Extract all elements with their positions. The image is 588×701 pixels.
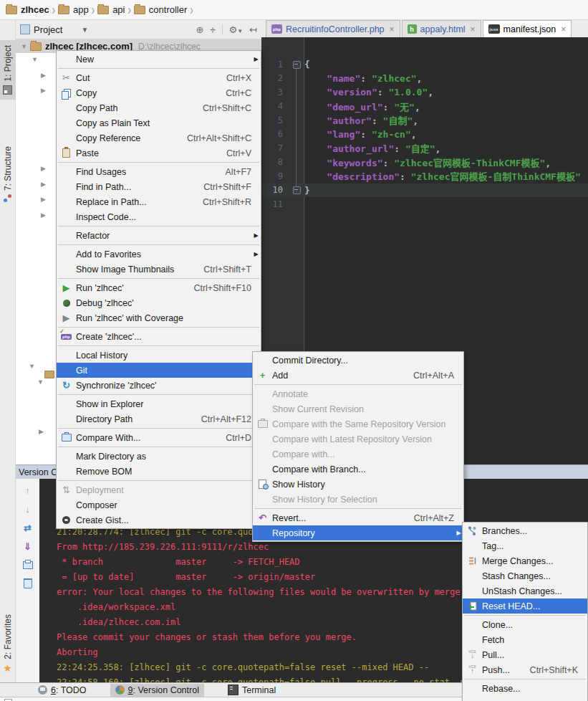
tree-expand-icon[interactable]: ▼: [29, 363, 35, 370]
menu-item-branches[interactable]: Branches...: [463, 523, 587, 538]
code-line-8[interactable]: 8 "keywords": "zlhcec官网模板-ThinkCMF模板",: [261, 156, 588, 170]
menu-item-copy-reference[interactable]: Copy ReferenceCtrl+Alt+Shift+C: [57, 130, 261, 146]
menu-item-copy[interactable]: CopyCtrl+C: [57, 85, 261, 100]
collapse-all-icon[interactable]: ÷: [210, 24, 215, 35]
menu-item-composer[interactable]: Composer▶: [57, 497, 261, 512]
menu-item-show-image-thumbnails[interactable]: Show Image ThumbnailsCtrl+Shift+T: [57, 262, 261, 277]
close-tab-icon[interactable]: ×: [561, 24, 566, 34]
code-line-1[interactable]: 1{: [261, 57, 588, 72]
code-line-10[interactable]: 10}: [261, 183, 588, 198]
menu-item-fetch[interactable]: Fetch: [463, 632, 587, 647]
tree-expand-icon[interactable]: ▶: [39, 428, 44, 435]
menu-item-compare-with-latest-repository-version: Compare with Latest Repository Version: [253, 431, 463, 447]
stripe-1-project[interactable]: 1: Project: [0, 40, 16, 100]
menu-item-git[interactable]: Git▶: [57, 363, 261, 378]
editor-tab-recruitinfocontroller-php[interactable]: phpRecruitinfoController.php×: [266, 20, 400, 37]
hide-panel-icon[interactable]: ↤: [249, 24, 257, 35]
menu-item-inspect-code[interactable]: Inspect Code...: [57, 209, 261, 224]
menu-item-clone[interactable]: Clone...: [463, 617, 587, 632]
breadcrumb-item-api[interactable]: api: [97, 4, 125, 15]
code-line-7[interactable]: 7 "author_url": "自定",: [261, 141, 588, 156]
menu-item-show-history[interactable]: Show History: [253, 477, 463, 492]
up-arrow-icon[interactable]: ↑: [22, 485, 34, 496]
download-file-icon[interactable]: ⇓: [22, 540, 34, 552]
menu-item-show-in-explorer[interactable]: Show in Explorer: [57, 396, 261, 411]
menu-item-new[interactable]: New▶: [57, 52, 261, 67]
tree-expand-icon[interactable]: ▼: [32, 56, 38, 63]
menu-item-local-history[interactable]: Local History▶: [57, 348, 261, 363]
breadcrumb-item-app[interactable]: app: [58, 4, 89, 15]
close-tab-icon[interactable]: ×: [471, 24, 476, 34]
settings-gear-icon[interactable]: ⚙▼: [229, 24, 244, 35]
menu-item-unstash-changes[interactable]: UnStash Changes...: [463, 583, 587, 599]
close-tab-icon[interactable]: ×: [390, 24, 395, 34]
menu-item-create-zlhcec[interactable]: phpCreate 'zlhcec'...: [57, 329, 261, 344]
toolwindow-terminal[interactable]: Terminal: [223, 684, 281, 697]
tree-expand-icon[interactable]: ▶: [41, 181, 46, 188]
stripe-7-structure[interactable]: 7: Structure: [0, 141, 16, 208]
tree-expand-icon[interactable]: ▶: [41, 87, 46, 94]
expand-icon[interactable]: ▼: [21, 43, 27, 50]
menu-item-synchronize-zlhcec[interactable]: ↻Synchronize 'zlhcec': [57, 378, 261, 393]
menu-item-add[interactable]: +AddCtrl+Alt+A: [253, 368, 463, 383]
line-number: 9: [261, 171, 285, 181]
code-line-4[interactable]: 4 "demo_url": "无",: [261, 100, 588, 114]
tree-expand-icon[interactable]: ▶: [41, 165, 46, 172]
menu-item-find-usages[interactable]: Find UsagesAlt+F7: [57, 164, 261, 179]
print-icon[interactable]: [22, 559, 34, 571]
menu-item-replace-in-path[interactable]: Replace in Path...Ctrl+Shift+R: [57, 194, 261, 209]
code-line-11[interactable]: 11: [261, 197, 588, 211]
chevron-down-icon[interactable]: ▼: [81, 26, 88, 34]
editor-tab-manifest-json[interactable]: jsonmanifest.json×: [483, 20, 572, 37]
menu-item-create-gist[interactable]: Create Gist...: [57, 512, 261, 528]
code-line-3[interactable]: 3 "version": "1.0.0",: [261, 85, 588, 100]
menu-item-copy-path[interactable]: Copy PathCtrl+Shift+C: [57, 100, 261, 115]
tree-expand-icon[interactable]: ▶: [41, 211, 46, 219]
folder-icon: [6, 6, 17, 14]
menu-item-paste[interactable]: PasteCtrl+V: [57, 146, 261, 161]
menu-item-push[interactable]: VCS↑Push...Ctrl+Shift+K: [463, 662, 587, 677]
menu-item-refactor[interactable]: Refactor▶: [57, 228, 261, 243]
code-line-9[interactable]: 9 "description": "zlhcec官网模板-自制ThinkCMF模…: [261, 169, 588, 183]
menu-item-cut[interactable]: ✂CutCtrl+X: [57, 70, 261, 85]
menu-item-run-zlhcec-with-coverage[interactable]: ▶Run 'zlhcec' with Coverage: [57, 310, 261, 325]
toolwindow-version-control[interactable]: 9: Version Control: [110, 684, 204, 697]
fold-marker-close[interactable]: [293, 186, 301, 194]
tree-expand-icon[interactable]: ▼: [37, 378, 44, 386]
menu-item-revert[interactable]: ↶Revert...Ctrl+Alt+Z: [253, 510, 463, 525]
code-line-2[interactable]: 2 "name": "zlhcec",: [261, 72, 588, 86]
down-arrow-icon[interactable]: ↓: [22, 503, 34, 515]
menu-item-mark-directory-as[interactable]: Mark Directory as▶: [57, 449, 261, 464]
breadcrumb-item-controller[interactable]: controller: [134, 4, 187, 15]
tree-expand-icon[interactable]: ▶: [41, 72, 46, 79]
menu-item-tag[interactable]: Tag...: [463, 538, 587, 553]
tree-expand-icon[interactable]: ▶: [41, 196, 46, 203]
code-line-6[interactable]: 6 "lang": "zh-cn",: [261, 128, 588, 142]
compare-icon: [57, 434, 76, 442]
menu-item-commit-directory[interactable]: Commit Directory...: [253, 353, 463, 368]
menu-item-pull[interactable]: VCS↓Pull...: [463, 647, 587, 662]
locate-icon[interactable]: ⊕: [196, 24, 203, 35]
menu-item-merge-changes[interactable]: Merge Changes...: [463, 553, 587, 568]
menu-item-stash-changes[interactable]: Stash Changes...: [463, 568, 587, 583]
menu-item-compare-with-branch[interactable]: Compare with Branch...: [253, 462, 463, 477]
menu-item-run-zlhcec[interactable]: ▶Run 'zlhcec'Ctrl+Shift+F10: [57, 280, 261, 295]
menu-item-reset-head[interactable]: Reset HEAD...: [463, 599, 587, 614]
menu-item-repository[interactable]: Repository▶: [253, 525, 463, 540]
menu-item-remove-bom[interactable]: Remove BOM: [57, 464, 261, 479]
editor-tab-appaly-html[interactable]: happaly.html×: [402, 20, 481, 37]
menu-item-compare-with[interactable]: Compare With...Ctrl+D: [57, 430, 261, 445]
menu-item-add-to-favorites[interactable]: Add to Favorites▶: [57, 247, 261, 262]
stripe-2-favorites[interactable]: 2: Favorites★: [0, 609, 16, 678]
menu-item-find-in-path[interactable]: Find in Path...Ctrl+Shift+F: [57, 179, 261, 194]
breadcrumb-item-zlhcec[interactable]: zlhcec: [6, 4, 49, 15]
code-line-5[interactable]: 5 "author": "自制",: [261, 113, 588, 128]
menu-item-debug-zlhcec[interactable]: Debug 'zlhcec': [57, 295, 261, 310]
fold-marker-open[interactable]: [293, 61, 301, 69]
menu-item-rebase[interactable]: Rebase...: [463, 681, 587, 696]
toolwindow-todo[interactable]: 6: TODO: [33, 684, 92, 697]
compare-icon[interactable]: ⇄: [22, 522, 34, 533]
menu-item-copy-as-plain-text[interactable]: Copy as Plain Text: [57, 115, 261, 130]
menu-item-directory-path[interactable]: Directory PathCtrl+Alt+F12: [57, 411, 261, 426]
clear-trash-icon[interactable]: [22, 578, 34, 589]
